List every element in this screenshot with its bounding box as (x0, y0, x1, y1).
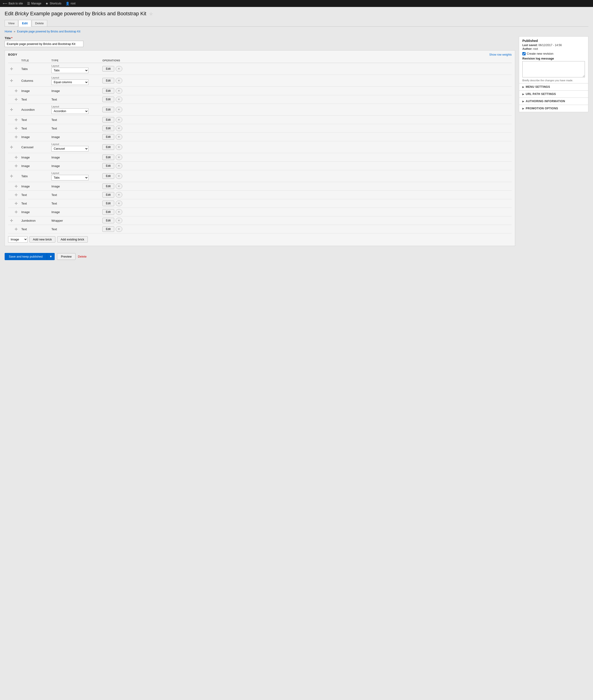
row-edit-button[interactable]: Edit (103, 201, 114, 206)
row-type-label: Text (51, 98, 57, 101)
revision-log-textarea[interactable] (522, 61, 585, 77)
drag-handle-icon[interactable]: ✛ (10, 67, 13, 71)
row-edit-button[interactable]: Edit (103, 78, 114, 83)
drag-handle-icon[interactable]: ✛ (14, 118, 17, 122)
tab-view[interactable]: View (5, 20, 18, 27)
drag-handle-icon[interactable]: ✛ (14, 126, 17, 130)
add-existing-brick-button[interactable]: Add existing brick (57, 236, 88, 242)
drag-handle-icon[interactable]: ✛ (10, 79, 13, 83)
row-remove-button[interactable]: × (116, 107, 122, 112)
add-new-brick-button[interactable]: Add new brick (30, 236, 55, 242)
row-type-cell: Wrapper (49, 216, 101, 225)
drag-handle-icon[interactable]: ✛ (14, 193, 17, 197)
breadcrumb-page[interactable]: Example page powered by Bricks and Boots… (17, 30, 80, 33)
row-edit-button[interactable]: Edit (103, 192, 114, 198)
drag-handle-icon[interactable]: ✛ (14, 135, 17, 139)
row-edit-button[interactable]: Edit (103, 96, 114, 102)
row-remove-button[interactable]: × (116, 155, 122, 160)
row-remove-button[interactable]: × (116, 66, 122, 72)
row-edit-button[interactable]: Edit (103, 66, 114, 72)
drag-handle-icon[interactable]: ✛ (10, 219, 13, 223)
drag-handle-icon[interactable]: ✛ (10, 174, 13, 178)
drag-handle-icon[interactable]: ✛ (14, 89, 17, 93)
drag-handle-icon[interactable]: ✛ (14, 98, 17, 102)
row-edit-button[interactable]: Edit (103, 88, 114, 93)
sidebar-section-header-url-path-settings[interactable]: ▶URL PATH SETTINGS (519, 90, 588, 98)
drag-handle-icon[interactable]: ✛ (14, 184, 17, 188)
row-type-select[interactable]: AccordionTabsEqual columnsCarousel (51, 108, 88, 114)
manage-link[interactable]: ☰ Manage (27, 2, 41, 5)
drag-handle-icon[interactable]: ✛ (14, 155, 17, 159)
back-to-site-link[interactable]: ⟵ Back to site (3, 2, 23, 5)
row-remove-button[interactable]: × (116, 184, 122, 189)
delete-link[interactable]: Delete (78, 255, 87, 258)
row-type-select[interactable]: CarouselTabsEqual columnsAccordion (51, 146, 88, 152)
drag-handle-icon[interactable]: ✛ (14, 210, 17, 214)
row-remove-button[interactable]: × (116, 134, 122, 140)
row-remove-button[interactable]: × (116, 226, 122, 232)
tab-delete[interactable]: Delete (32, 20, 47, 27)
row-edit-button[interactable]: Edit (103, 107, 114, 112)
sidebar-section-header-promotion-options[interactable]: ▶PROMOTION OPTIONS (519, 105, 588, 112)
right-sidebar: Published Last saved: 06/12/2017 - 14:56… (519, 36, 588, 114)
drag-handle-cell: ✛ (8, 116, 19, 124)
published-box: Published Last saved: 06/12/2017 - 14:56… (519, 36, 588, 112)
drag-handle-cell: ✛ (8, 162, 19, 170)
row-type-select[interactable]: TabsColumnsAccordionCarousel (51, 68, 88, 73)
row-edit-button[interactable]: Edit (103, 218, 114, 223)
sidebar-section-header-authoring-information[interactable]: ▶AUTHORING INFORMATION (519, 98, 588, 105)
row-remove-button[interactable]: × (116, 209, 122, 215)
row-remove-button[interactable]: × (116, 144, 122, 150)
title-input[interactable] (5, 41, 83, 47)
row-edit-button[interactable]: Edit (103, 173, 114, 179)
favorite-star-icon[interactable]: ☆ (149, 11, 153, 16)
create-revision-checkbox[interactable] (522, 52, 525, 55)
row-type-label: Image (51, 164, 60, 168)
show-row-weights-link[interactable]: Show row weights (489, 53, 512, 56)
row-edit-button[interactable]: Edit (103, 209, 114, 215)
row-remove-button[interactable]: × (116, 88, 122, 93)
drag-handle-cell: ✛ (8, 141, 19, 153)
row-edit-button[interactable]: Edit (103, 163, 114, 169)
brick-type-select[interactable]: Image Text Layout Wrapper (8, 236, 28, 242)
user-menu[interactable]: 👤 root (66, 2, 76, 5)
row-edit-button[interactable]: Edit (103, 134, 114, 140)
published-title: Published (522, 39, 585, 43)
drag-handle-icon[interactable]: ✛ (14, 164, 17, 168)
row-remove-button[interactable]: × (116, 96, 122, 102)
row-edit-button[interactable]: Edit (103, 155, 114, 160)
row-remove-button[interactable]: × (116, 173, 122, 179)
drag-handle-icon[interactable]: ✛ (10, 145, 13, 149)
row-edit-button[interactable]: Edit (103, 226, 114, 232)
row-remove-button[interactable]: × (116, 117, 122, 122)
row-edit-button[interactable]: Edit (103, 184, 114, 189)
tab-edit[interactable]: Edit (18, 20, 31, 27)
row-type-select[interactable]: Equal columnsTabsAccordionCarousel (51, 79, 88, 85)
row-remove-button[interactable]: × (116, 78, 122, 83)
sidebar-section-menu-settings: ▶MENU SETTINGS (519, 83, 588, 90)
row-type-label: Image (51, 210, 60, 214)
row-remove-button[interactable]: × (116, 201, 122, 206)
row-remove-button[interactable]: × (116, 218, 122, 223)
row-type-select[interactable]: TabsColumnsAccordionCarousel (51, 175, 88, 181)
row-remove-button[interactable]: × (116, 192, 122, 198)
row-edit-button[interactable]: Edit (103, 144, 114, 150)
row-type-cell: LayoutAccordionTabsEqual columnsCarousel (49, 104, 101, 116)
row-remove-button[interactable]: × (116, 163, 122, 169)
row-edit-button[interactable]: Edit (103, 117, 114, 122)
preview-button[interactable]: Preview (57, 253, 76, 260)
drag-handle-icon[interactable]: ✛ (14, 227, 17, 231)
save-dropdown-button[interactable]: ▼ (47, 253, 55, 260)
row-title: Carousel (21, 146, 33, 149)
row-edit-button[interactable]: Edit (103, 125, 114, 131)
drag-handle-icon[interactable]: ✛ (10, 108, 13, 112)
save-keep-published-button[interactable]: Save and keep published (5, 253, 47, 260)
row-remove-button[interactable]: × (116, 125, 122, 131)
drag-handle-icon[interactable]: ✛ (14, 201, 17, 205)
sidebar-section-header-menu-settings[interactable]: ▶MENU SETTINGS (519, 83, 588, 90)
body-section: BODY Show row weights TITLE TYPE OPERATI… (5, 50, 515, 246)
shortcuts-link[interactable]: ★ Shortcuts (45, 2, 62, 5)
triangle-icon: ▶ (522, 107, 524, 110)
breadcrumb-home[interactable]: Home (5, 30, 12, 33)
bottom-bar: Save and keep published ▼ Preview Delete (5, 250, 515, 263)
